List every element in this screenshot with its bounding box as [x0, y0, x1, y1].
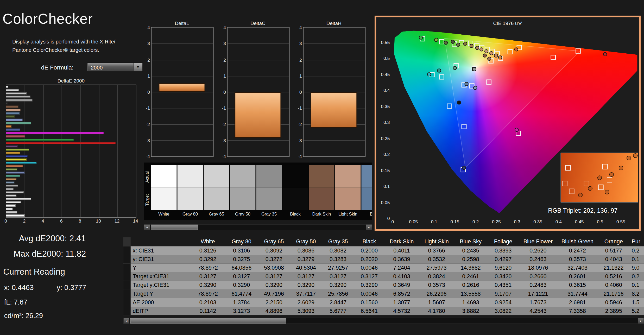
axis-tick-label: -4 — [143, 154, 150, 159]
swatch-scrollbar[interactable]: ◄ ► — [144, 224, 372, 230]
table-cell: 78.8972 — [191, 264, 225, 272]
table-cell: 49.7196 — [258, 289, 290, 298]
measured-marker — [419, 36, 422, 39]
swatch-label: Black — [283, 210, 308, 218]
table-cell: 0.2 — [629, 246, 644, 255]
swatch-actual — [361, 165, 372, 188]
table-cell: 0.5946 — [598, 298, 629, 307]
scroll-left-icon[interactable]: ◄ — [144, 225, 150, 230]
deltae-bar — [6, 152, 20, 154]
table-cell: 0.3275 — [225, 255, 258, 263]
table-cell: 21.1716 — [598, 289, 629, 298]
deltae-bar — [6, 132, 104, 134]
table-cell: 0.4011 — [384, 246, 419, 255]
swatch-label: Gray 50 — [230, 210, 256, 218]
axis-tick-label: 8 — [77, 218, 83, 223]
column-header: Light Skin — [419, 237, 454, 246]
axis-tick-label: 0.55 — [616, 219, 625, 224]
column-header: Orange — [598, 237, 629, 246]
swatch-actual — [151, 165, 177, 188]
table-cell: 0.3420 — [487, 272, 519, 281]
axis-tick-label: -4 — [295, 154, 302, 159]
deltah-plot: 43210-1-2-3-4 — [303, 27, 365, 157]
table-cell: 0.3283 — [322, 255, 354, 263]
deltae-bar — [6, 145, 18, 148]
measured-marker — [609, 172, 614, 177]
axis-tick-label: 6 — [58, 218, 65, 223]
deltae-bar — [6, 208, 13, 210]
row-label: ΔE 2000 — [131, 298, 191, 307]
table-cell: 0.2103 — [191, 298, 225, 307]
table-cell: 2.6029 — [290, 298, 322, 307]
target-marker — [569, 188, 574, 194]
measured-marker — [444, 41, 447, 44]
deltae-bar — [6, 185, 18, 187]
deltae-bar — [6, 148, 29, 151]
column-header: Gray 80 — [225, 237, 258, 246]
grid-line — [151, 44, 213, 44]
deltae-bar — [6, 106, 18, 108]
deltae-bar — [6, 142, 116, 144]
table-corner — [123, 237, 130, 246]
table-cell: 0.3126 — [191, 246, 225, 255]
swatch-label: White — [151, 210, 177, 218]
axis-tick-label: 0.05 — [381, 200, 390, 205]
table-cell: 5.6777 — [322, 307, 354, 315]
measured-marker — [494, 54, 498, 57]
axis-tick-label: 1 — [295, 73, 302, 78]
measured-marker — [498, 56, 502, 59]
table-cell: 53.0908 — [258, 264, 290, 272]
axis-tick-label: -1 — [143, 106, 150, 111]
measured-marker — [457, 43, 460, 46]
table-scrollbar[interactable]: ◄ ► — [123, 318, 644, 324]
deltae-bar — [6, 165, 23, 167]
table-row: y: CIE310.32920.32750.32720.32790.32830.… — [123, 255, 644, 263]
grid-line — [151, 140, 213, 141]
measured-marker — [453, 66, 457, 70]
scrollbar-thumb[interactable] — [151, 225, 198, 230]
scroll-right-icon[interactable]: ► — [366, 225, 372, 230]
scrollbar-thumb[interactable] — [130, 318, 286, 324]
table-cell: 0.3393 — [487, 246, 519, 255]
table-cell: 27.9257 — [322, 264, 354, 272]
row-label: Target y:CIE31 — [131, 281, 191, 289]
axis-tick-label: 1 — [219, 73, 226, 78]
axis-tick-label: 0.15 — [451, 219, 459, 224]
axis-tick-label: -3 — [295, 138, 302, 143]
target-row-label: Target — [145, 189, 149, 211]
table-cell: 0.3106 — [225, 246, 258, 255]
table-cell: 0.4043 — [598, 255, 629, 263]
measured-marker — [480, 48, 483, 51]
swatch-target — [361, 188, 372, 210]
deltae-bar — [6, 188, 14, 190]
subtitle: Display analysis is performed with the X… — [12, 38, 115, 54]
swatch-strip: Actual Target WhiteGray 80Gray 65Gray 50… — [144, 163, 372, 220]
grid-line — [304, 140, 365, 141]
measured-marker — [473, 86, 477, 90]
measured-marker — [603, 53, 607, 56]
swatch-actual — [256, 165, 282, 188]
table-cell: 0.3290 — [290, 281, 322, 289]
table-cell: 7.3358 — [557, 307, 598, 315]
scroll-right-icon[interactable]: ► — [638, 318, 643, 324]
table-cell: 4.5732 — [384, 307, 419, 315]
deltae-bar — [6, 214, 25, 217]
axis-tick-label: 0.55 — [381, 40, 390, 45]
axis-tick-label: 0 — [295, 90, 302, 94]
measured-marker — [457, 101, 461, 104]
table-cell: 0.9254 — [487, 298, 519, 307]
measured-marker — [605, 190, 609, 194]
swatch-actual — [204, 165, 229, 188]
measured-marker — [626, 156, 631, 160]
scroll-left-icon[interactable]: ◄ — [124, 318, 129, 324]
deltae-bar — [6, 119, 23, 121]
row-label: Target Y — [131, 289, 191, 298]
de-formula-dropdown[interactable]: 2000 ▼ — [87, 62, 143, 72]
deltae-bar — [6, 205, 16, 207]
axis-tick-label: 0.4 — [383, 88, 390, 93]
table-cell: 0.3573 — [557, 255, 598, 263]
table-row: Target Y78.897261.477449.719637.711725.7… — [123, 289, 644, 298]
deltae-bar — [6, 191, 24, 194]
column-header: White — [191, 237, 225, 246]
table-cell: 0.2000 — [354, 246, 384, 255]
